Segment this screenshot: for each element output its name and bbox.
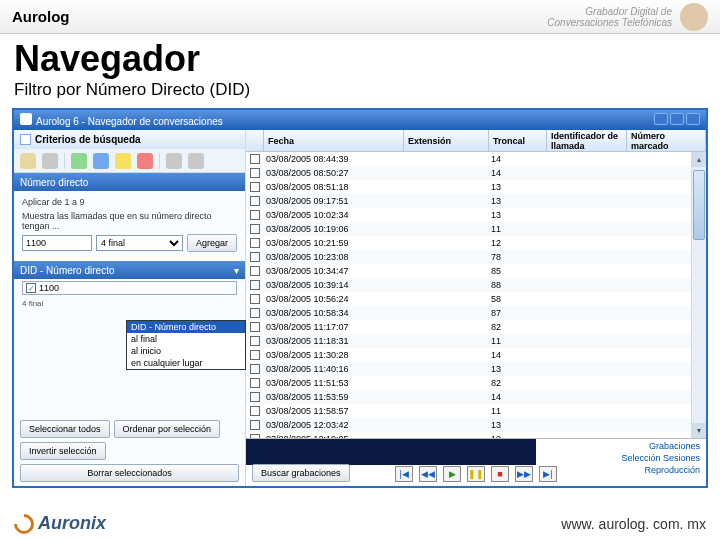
row-checkbox[interactable]: [250, 378, 260, 388]
table-row[interactable]: 03/08/2005 10:19:0611: [246, 222, 706, 236]
config-icon[interactable]: [166, 153, 182, 169]
add-button[interactable]: Agregar: [187, 234, 237, 252]
table-row[interactable]: 03/08/2005 11:51:5382: [246, 376, 706, 390]
table-row[interactable]: 03/08/2005 10:39:1488: [246, 278, 706, 292]
rewind-icon[interactable]: ◀◀: [419, 466, 437, 482]
row-checkbox[interactable]: [250, 280, 260, 290]
star-icon[interactable]: [115, 153, 131, 169]
table-row[interactable]: 03/08/2005 11:53:5914: [246, 390, 706, 404]
did-mode-select[interactable]: 4 final: [96, 235, 183, 251]
chevron-down-icon[interactable]: ▾: [234, 265, 239, 276]
maximize-icon[interactable]: [670, 113, 684, 125]
help-icon[interactable]: [188, 153, 204, 169]
app-icon: [20, 113, 32, 125]
filter-description: Muestra las llamadas que en su número di…: [22, 211, 237, 231]
pause-icon[interactable]: ❚❚: [467, 466, 485, 482]
row-checkbox[interactable]: [250, 308, 260, 318]
grid-body[interactable]: 03/08/2005 08:44:391403/08/2005 08:50:27…: [246, 152, 706, 438]
col-check[interactable]: [246, 130, 264, 151]
row-checkbox[interactable]: [250, 322, 260, 332]
table-row[interactable]: 03/08/2005 08:51:1813: [246, 180, 706, 194]
table-row[interactable]: 03/08/2005 10:23:0878: [246, 250, 706, 264]
row-checkbox[interactable]: [250, 168, 260, 178]
tool-icon[interactable]: [42, 153, 58, 169]
recordings-link[interactable]: Grabaciones: [649, 441, 700, 451]
table-row[interactable]: 03/08/2005 09:17:5113: [246, 194, 706, 208]
table-row[interactable]: 03/08/2005 10:21:5912: [246, 236, 706, 250]
criteria-header[interactable]: Criterios de búsqueda: [14, 130, 245, 149]
dropdown-option[interactable]: al inicio: [127, 345, 245, 357]
skip-back-icon[interactable]: |◀: [395, 466, 413, 482]
table-row[interactable]: 03/08/2005 10:56:2458: [246, 292, 706, 306]
forward-icon[interactable]: ▶▶: [515, 466, 533, 482]
table-row[interactable]: 03/08/2005 11:18:3111: [246, 334, 706, 348]
playback-link[interactable]: Reproducción: [644, 465, 700, 475]
search-recordings-button[interactable]: Buscar grabaciones: [252, 464, 350, 482]
row-checkbox[interactable]: [250, 252, 260, 262]
brand: Aurolog: [12, 8, 70, 25]
col-extension[interactable]: Extensión: [404, 130, 489, 151]
did-dropdown-open[interactable]: DID - Número directo al final al inicio …: [126, 320, 246, 370]
did-list-item[interactable]: ✓1100: [22, 281, 237, 295]
row-checkbox[interactable]: [250, 294, 260, 304]
print-icon[interactable]: [20, 153, 36, 169]
row-checkbox[interactable]: [250, 350, 260, 360]
delete-selected-button[interactable]: Borrar seleccionados: [20, 464, 239, 482]
table-row[interactable]: 03/08/2005 10:58:3487: [246, 306, 706, 320]
select-all-button[interactable]: Seleccionar todos: [20, 420, 110, 438]
dropdown-option[interactable]: al final: [127, 333, 245, 345]
table-row[interactable]: 03/08/2005 11:40:1613: [246, 362, 706, 376]
did-dropdown-row[interactable]: DID - Número directo▾: [14, 261, 245, 279]
search-criteria-panel: Criterios de búsqueda Número directo Apl…: [14, 130, 246, 486]
table-row[interactable]: 03/08/2005 08:44:3914: [246, 152, 706, 166]
row-checkbox[interactable]: [250, 420, 260, 430]
table-row[interactable]: 03/08/2005 08:50:2714: [246, 166, 706, 180]
window-titlebar[interactable]: Aurolog 6 - Navegador de conversaciones: [14, 110, 706, 130]
table-row[interactable]: 03/08/2005 10:02:3413: [246, 208, 706, 222]
selection-buttons: Seleccionar todos Ordenar por selección …: [14, 416, 245, 486]
col-date[interactable]: Fecha: [264, 130, 404, 151]
table-row[interactable]: 03/08/2005 11:17:0782: [246, 320, 706, 334]
row-checkbox[interactable]: [250, 224, 260, 234]
window-controls[interactable]: [652, 113, 700, 127]
row-checkbox[interactable]: [250, 266, 260, 276]
row-checkbox[interactable]: [250, 210, 260, 220]
row-checkbox[interactable]: [250, 392, 260, 402]
col-trunk[interactable]: Troncal: [489, 130, 547, 151]
folder-icon[interactable]: [93, 153, 109, 169]
row-checkbox[interactable]: [250, 154, 260, 164]
direct-number-section[interactable]: Número directo: [14, 173, 245, 191]
col-callid[interactable]: Identificador de llamada: [547, 130, 627, 151]
row-checkbox[interactable]: [250, 406, 260, 416]
row-checkbox[interactable]: [250, 336, 260, 346]
footer-url: www. aurolog. com. mx: [561, 516, 706, 532]
row-checkbox[interactable]: [250, 196, 260, 206]
row-checkbox[interactable]: [250, 182, 260, 192]
checkbox-icon[interactable]: ✓: [26, 283, 36, 293]
add-icon[interactable]: [71, 153, 87, 169]
table-row[interactable]: 03/08/2005 12:03:4213: [246, 418, 706, 432]
sort-selection-button[interactable]: Ordenar por selección: [114, 420, 221, 438]
table-row[interactable]: 03/08/2005 11:58:5711: [246, 404, 706, 418]
close-icon[interactable]: [686, 113, 700, 125]
sessions-link[interactable]: Selección Sesiones: [621, 453, 700, 463]
scroll-up-icon[interactable]: ▴: [692, 152, 706, 167]
table-row[interactable]: 03/08/2005 10:34:4785: [246, 264, 706, 278]
row-checkbox[interactable]: [250, 364, 260, 374]
col-dialed[interactable]: Número marcado: [627, 130, 706, 151]
row-checkbox[interactable]: [250, 238, 260, 248]
play-icon[interactable]: ▶: [443, 466, 461, 482]
dropdown-option-selected[interactable]: DID - Número directo: [127, 321, 245, 333]
flag-icon[interactable]: [137, 153, 153, 169]
scroll-down-icon[interactable]: ▾: [692, 423, 706, 438]
did-input[interactable]: [22, 235, 92, 251]
scroll-thumb[interactable]: [693, 170, 705, 240]
vertical-scrollbar[interactable]: ▴ ▾: [691, 152, 706, 438]
minimize-icon[interactable]: [654, 113, 668, 125]
invert-selection-button[interactable]: Invertir selección: [20, 442, 106, 460]
stop-icon[interactable]: ■: [491, 466, 509, 482]
table-row[interactable]: 03/08/2005 11:30:2814: [246, 348, 706, 362]
dropdown-option[interactable]: en cualquier lugar: [127, 357, 245, 369]
expand-icon[interactable]: [20, 134, 31, 145]
skip-fwd-icon[interactable]: ▶|: [539, 466, 557, 482]
